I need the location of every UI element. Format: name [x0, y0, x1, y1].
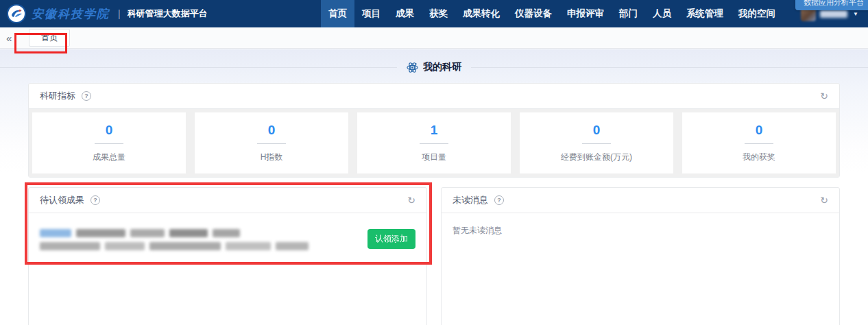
stat-total-achievements: 0 成果总量	[32, 112, 186, 173]
claim-item: 认领添加	[29, 213, 426, 250]
nav-item-awards[interactable]: 获奖	[422, 0, 455, 27]
stat-funding-received: 0 经费到账金额(万元)	[520, 112, 673, 173]
stat-label: 我的获奖	[743, 152, 775, 163]
stat-label: 经费到账金额(万元)	[561, 152, 632, 163]
help-icon[interactable]: ?	[91, 195, 100, 205]
stat-value: 0	[756, 123, 763, 136]
divider-line	[471, 67, 868, 68]
nav-item-projects[interactable]: 项目	[354, 0, 388, 27]
dropdown-caret-icon: ▼	[853, 11, 858, 17]
data-analysis-platform-badge[interactable]: 数据应用分析平台	[795, 0, 868, 10]
stat-h-index: 0 H指数	[195, 112, 348, 173]
atom-icon	[407, 62, 418, 73]
empty-messages-text: 暂无未读消息	[442, 213, 839, 248]
stat-label: 成果总量	[93, 152, 125, 163]
stat-divider	[95, 143, 123, 144]
redacted-claim-title	[40, 229, 309, 237]
messages-card-title: 未读消息	[453, 194, 488, 206]
claim-add-button[interactable]: 认领添加	[367, 229, 415, 249]
platform-name: 科研管理大数据平台	[128, 8, 208, 20]
stat-divider	[745, 143, 773, 144]
stat-label: 项目量	[422, 152, 446, 163]
collapse-tabs-icon[interactable]: «	[0, 27, 18, 49]
tab-home[interactable]: 首页	[29, 29, 70, 47]
school-logo-icon	[7, 4, 26, 23]
stat-divider	[582, 143, 611, 144]
school-name: 安徽科技学院	[32, 6, 110, 22]
tab-bar: « 首页	[0, 27, 868, 49]
claims-card: 待认领成果 ? ↻	[28, 187, 427, 325]
page-content: 我的科研 科研指标 ? ↻ 0 成果总量 0 H指数 1 项目量	[0, 49, 868, 325]
nav-item-transformation[interactable]: 成果转化	[455, 0, 507, 27]
messages-card: 未读消息 ? ↻ 暂无未读消息	[441, 187, 840, 325]
stat-value: 0	[106, 123, 113, 136]
stat-value: 0	[268, 123, 276, 136]
stat-my-awards: 0 我的获奖	[682, 112, 836, 173]
top-navbar: 安徽科技学院 | 科研管理大数据平台 首页 项目 成果 获奖 成果转化 仪器设备…	[0, 0, 868, 27]
stat-divider	[420, 143, 448, 144]
nav-item-departments[interactable]: 部门	[612, 0, 645, 27]
brand-separator: |	[118, 8, 121, 19]
refresh-icon[interactable]: ↻	[407, 195, 415, 205]
stat-value: 1	[431, 123, 438, 136]
page-title: 我的科研	[423, 61, 461, 73]
stat-value: 0	[593, 123, 601, 136]
metrics-card: 科研指标 ? ↻ 0 成果总量 0 H指数 1 项目量 0	[28, 83, 840, 178]
brand: 安徽科技学院 | 科研管理大数据平台	[7, 4, 208, 23]
stat-project-count: 1 项目量	[357, 112, 511, 173]
help-icon[interactable]: ?	[494, 195, 504, 205]
claims-card-title: 待认领成果	[40, 194, 84, 206]
nav-item-my-space[interactable]: 我的空间	[731, 0, 783, 27]
help-icon[interactable]: ?	[82, 91, 91, 101]
nav-item-instruments[interactable]: 仪器设备	[507, 0, 559, 27]
divider-line	[0, 67, 397, 68]
stat-divider	[257, 143, 286, 144]
metrics-card-title: 科研指标	[40, 90, 75, 102]
redacted-user-name	[820, 10, 847, 18]
nav-item-personnel[interactable]: 人员	[645, 0, 679, 27]
main-menu: 首页 项目 成果 获奖 成果转化 仪器设备 申报评审 部门 人员 系统管理 我的…	[321, 0, 783, 27]
section-header: 我的科研	[0, 61, 868, 73]
nav-item-home[interactable]: 首页	[321, 0, 354, 27]
nav-item-application-review[interactable]: 申报评审	[559, 0, 612, 27]
refresh-icon[interactable]: ↻	[820, 91, 828, 101]
refresh-icon[interactable]: ↻	[820, 195, 828, 205]
nav-item-system-management[interactable]: 系统管理	[679, 0, 731, 27]
redacted-claim-details	[40, 242, 309, 250]
nav-item-achievements[interactable]: 成果	[388, 0, 422, 27]
stat-label: H指数	[261, 152, 283, 163]
